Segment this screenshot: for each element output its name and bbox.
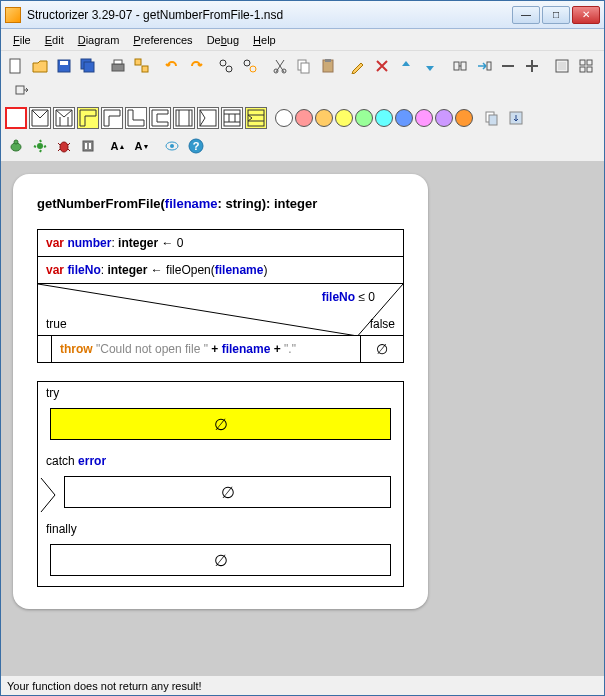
alternative-block[interactable]: fileNo ≤ 0 true false throw "Could not o… bbox=[37, 284, 404, 363]
svg-rect-31 bbox=[224, 110, 240, 126]
move-up-icon[interactable] bbox=[395, 55, 417, 77]
try-body-slot[interactable]: ∅ bbox=[50, 408, 391, 440]
svg-rect-26 bbox=[580, 67, 585, 72]
element-repeat[interactable] bbox=[125, 107, 147, 129]
instruction-block-2[interactable]: var fileNo: integer ← fileOpen(filename) bbox=[38, 257, 403, 283]
color-magenta[interactable] bbox=[415, 109, 433, 127]
element-case[interactable] bbox=[53, 107, 75, 129]
paste-icon[interactable] bbox=[317, 55, 339, 77]
svg-point-38 bbox=[37, 143, 43, 149]
svg-rect-6 bbox=[114, 60, 122, 64]
color-orange[interactable] bbox=[315, 109, 333, 127]
copy-icon[interactable] bbox=[293, 55, 315, 77]
svg-rect-16 bbox=[301, 63, 309, 73]
element-for[interactable] bbox=[77, 107, 99, 129]
svg-rect-42 bbox=[89, 143, 91, 149]
expand-icon[interactable] bbox=[521, 55, 543, 77]
save-icon[interactable] bbox=[53, 55, 75, 77]
element-parallel[interactable] bbox=[221, 107, 243, 129]
undo-icon[interactable] bbox=[161, 55, 183, 77]
dim-icon[interactable] bbox=[551, 55, 573, 77]
try-block[interactable]: try ∅ catch error ∅ finally ∅ bbox=[37, 381, 404, 587]
color-green[interactable] bbox=[355, 109, 373, 127]
font-up-icon[interactable]: A▲ bbox=[107, 135, 129, 157]
svg-rect-32 bbox=[248, 110, 264, 126]
arrange-icon[interactable] bbox=[131, 55, 153, 77]
svg-rect-29 bbox=[176, 110, 192, 126]
element-alternative[interactable] bbox=[29, 107, 51, 129]
app-icon bbox=[5, 7, 21, 23]
find-replace-icon[interactable] bbox=[239, 55, 261, 77]
copy-diagram-icon[interactable] bbox=[481, 107, 503, 129]
svg-point-14 bbox=[282, 69, 286, 73]
color-white[interactable] bbox=[275, 109, 293, 127]
menu-file[interactable]: File bbox=[7, 32, 37, 48]
help-icon[interactable]: ? bbox=[185, 135, 207, 157]
element-forever[interactable] bbox=[149, 107, 171, 129]
element-while[interactable] bbox=[101, 107, 123, 129]
new-icon[interactable] bbox=[5, 55, 27, 77]
nsd-diagram[interactable]: getNumberFromFile(filename: string): int… bbox=[13, 174, 428, 609]
instruction-block-1[interactable]: var number: integer ← 0 var fileNo: inte… bbox=[37, 229, 404, 284]
transmute-icon[interactable] bbox=[449, 55, 471, 77]
debug-icon[interactable] bbox=[53, 135, 75, 157]
color-red[interactable] bbox=[295, 109, 313, 127]
element-jump[interactable] bbox=[197, 107, 219, 129]
svg-point-13 bbox=[274, 69, 278, 73]
move-down-icon[interactable] bbox=[419, 55, 441, 77]
font-down-icon[interactable]: A▼ bbox=[131, 135, 153, 157]
print-icon[interactable] bbox=[107, 55, 129, 77]
svg-rect-23 bbox=[558, 62, 566, 70]
menu-diagram[interactable]: Diagram bbox=[72, 32, 126, 48]
color-blue[interactable] bbox=[395, 109, 413, 127]
open-icon[interactable] bbox=[29, 55, 51, 77]
svg-rect-30 bbox=[200, 110, 216, 126]
box-arrow-icon[interactable] bbox=[11, 79, 33, 101]
svg-rect-18 bbox=[325, 59, 331, 62]
status-text: Your function does not return any result… bbox=[7, 680, 202, 692]
finally-body-slot[interactable]: ∅ bbox=[50, 544, 391, 576]
catch-body-slot[interactable]: ∅ bbox=[64, 476, 391, 508]
run-icon[interactable] bbox=[29, 135, 51, 157]
menu-help[interactable]: Help bbox=[247, 32, 282, 48]
svg-rect-27 bbox=[587, 67, 592, 72]
color-brown[interactable] bbox=[455, 109, 473, 127]
alt-true-branch[interactable]: throw "Could not open file " + filename … bbox=[52, 336, 361, 362]
delete-icon[interactable] bbox=[371, 55, 393, 77]
view-icon[interactable] bbox=[161, 135, 183, 157]
canvas[interactable]: getNumberFromFile(filename: string): int… bbox=[1, 162, 604, 675]
diagram-header[interactable]: getNumberFromFile(filename: string): int… bbox=[37, 196, 404, 211]
element-try[interactable] bbox=[245, 107, 267, 129]
export-icon[interactable] bbox=[505, 107, 527, 129]
window-controls: — □ ✕ bbox=[512, 6, 600, 24]
turtle-icon[interactable] bbox=[5, 135, 27, 157]
maximize-button[interactable]: □ bbox=[542, 6, 570, 24]
svg-point-11 bbox=[244, 60, 250, 66]
color-yellow[interactable] bbox=[335, 109, 353, 127]
svg-rect-0 bbox=[10, 59, 20, 73]
element-instruction[interactable] bbox=[5, 107, 27, 129]
stop-icon[interactable] bbox=[77, 135, 99, 157]
svg-rect-2 bbox=[60, 61, 68, 65]
redo-icon[interactable] bbox=[185, 55, 207, 77]
save-all-icon[interactable] bbox=[77, 55, 99, 77]
minimize-button[interactable]: — bbox=[512, 6, 540, 24]
close-button[interactable]: ✕ bbox=[572, 6, 600, 24]
svg-rect-20 bbox=[461, 62, 466, 70]
menu-debug[interactable]: Debug bbox=[201, 32, 245, 48]
edit-icon[interactable] bbox=[347, 55, 369, 77]
alt-false-branch[interactable]: ∅ bbox=[361, 336, 403, 362]
element-call[interactable] bbox=[173, 107, 195, 129]
window-title: Structorizer 3.29-07 - getNumberFromFile… bbox=[27, 8, 512, 22]
color-cyan[interactable] bbox=[375, 109, 393, 127]
menu-preferences[interactable]: Preferences bbox=[127, 32, 198, 48]
menu-edit[interactable]: Edit bbox=[39, 32, 70, 48]
toolbar-1: A▲ A▼ ? bbox=[1, 51, 604, 162]
collapse-icon[interactable] bbox=[497, 55, 519, 77]
color-purple[interactable] bbox=[435, 109, 453, 127]
outsource-icon[interactable] bbox=[473, 55, 495, 77]
find-icon[interactable] bbox=[215, 55, 237, 77]
grid-icon[interactable] bbox=[575, 55, 597, 77]
cut-icon[interactable] bbox=[269, 55, 291, 77]
svg-point-39 bbox=[60, 142, 68, 152]
